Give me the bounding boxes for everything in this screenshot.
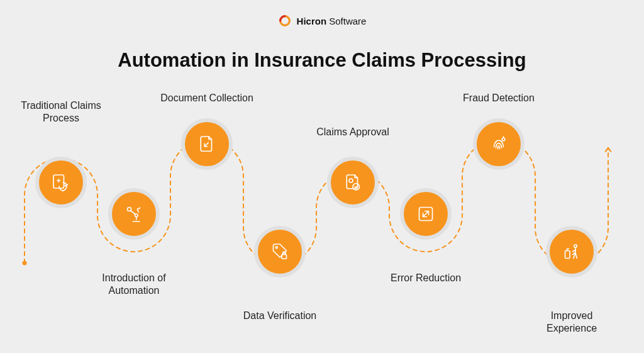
step-automation	[108, 188, 160, 240]
step-traditional	[35, 157, 87, 208]
logo-bar: Hicron Software	[0, 14, 644, 30]
step-fraud-label: Fraud Detection	[463, 92, 535, 104]
tag-lock-icon	[269, 240, 291, 263]
step-experience	[546, 226, 597, 277]
step-error-label: Error Reduction	[391, 272, 461, 284]
doc-check-icon	[341, 171, 364, 194]
brand-logo: Hicron Software	[278, 14, 367, 28]
svg-point-5	[275, 247, 277, 249]
step-traditional-label: Traditional Claims Process	[21, 99, 101, 125]
step-documents	[181, 118, 233, 170]
svg-point-1	[23, 261, 27, 266]
svg-point-12	[574, 245, 577, 248]
svg-point-7	[349, 179, 353, 182]
page-title: Automation in Insurance Claims Processin…	[0, 49, 644, 72]
health-shield-icon	[50, 171, 72, 194]
step-experience-label: Improved Experience	[547, 310, 597, 335]
step-documents-label: Document Collection	[160, 92, 253, 104]
step-error	[400, 188, 452, 240]
brand-name: Hicron Software	[297, 16, 367, 26]
step-fraud	[473, 118, 525, 170]
step-data	[254, 226, 306, 277]
step-data-label: Data Verification	[243, 310, 317, 322]
step-approval-label: Claims Approval	[316, 126, 389, 138]
person-kiosk-icon	[560, 240, 583, 263]
step-automation-label: Introduction of Automation	[102, 272, 165, 297]
square-expand-icon	[414, 203, 437, 225]
doc-arrow-icon	[196, 133, 218, 155]
fingerprint-icon	[487, 133, 510, 155]
step-approval	[327, 157, 379, 208]
brand-ring-icon	[278, 14, 292, 28]
robot-arm-icon	[123, 203, 145, 225]
svg-rect-11	[565, 251, 570, 259]
